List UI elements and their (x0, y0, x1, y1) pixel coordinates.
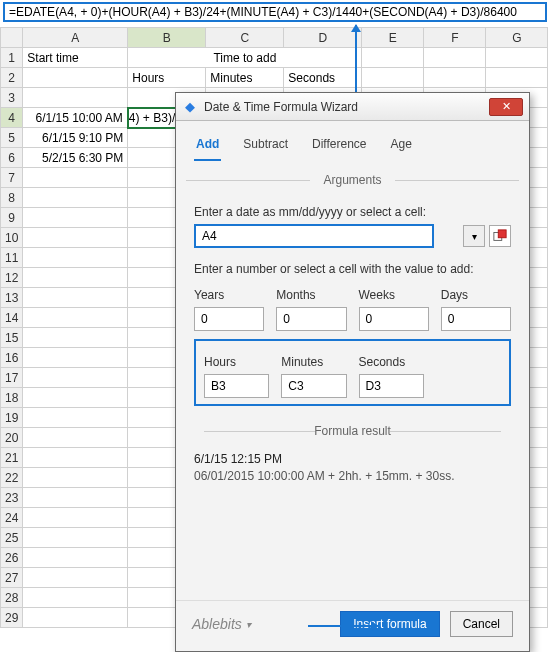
row-header-3[interactable]: 3 (1, 88, 23, 108)
cell-a22[interactable] (23, 468, 128, 488)
select-all-cell[interactable] (1, 28, 23, 48)
cell-e2[interactable] (362, 68, 424, 88)
dialog-tabs: Add Subtract Difference Age (176, 121, 529, 161)
seconds-input[interactable]: D3 (359, 374, 424, 398)
cell-a14[interactable] (23, 308, 128, 328)
row-header-1[interactable]: 1 (1, 48, 23, 68)
cell-b2[interactable]: Hours (128, 68, 206, 88)
row-header-24[interactable]: 24 (1, 508, 23, 528)
row-header-15[interactable]: 15 (1, 328, 23, 348)
row-header-18[interactable]: 18 (1, 388, 23, 408)
tab-age[interactable]: Age (389, 133, 414, 161)
row-header-28[interactable]: 28 (1, 588, 23, 608)
cancel-button[interactable]: Cancel (450, 611, 513, 637)
chevron-down-icon: ▾ (246, 619, 251, 630)
cell-a6[interactable]: 5/2/15 6:30 PM (23, 148, 128, 168)
cell-a29[interactable] (23, 608, 128, 628)
row-header-11[interactable]: 11 (1, 248, 23, 268)
cell-a9[interactable] (23, 208, 128, 228)
date-input[interactable]: A4 (194, 224, 434, 248)
cell-a17[interactable] (23, 368, 128, 388)
brand-menu[interactable]: Ablebits ▾ (192, 616, 251, 632)
cell-a3[interactable] (23, 88, 128, 108)
formula-bar[interactable]: =EDATE(A4, + 0)+(HOUR(A4) + B3)/24+(MINU… (3, 2, 547, 22)
row-header-29[interactable]: 29 (1, 608, 23, 628)
row-header-20[interactable]: 20 (1, 428, 23, 448)
row-header-21[interactable]: 21 (1, 448, 23, 468)
cell-a15[interactable] (23, 328, 128, 348)
row-header-14[interactable]: 14 (1, 308, 23, 328)
col-header-c[interactable]: C (206, 28, 284, 48)
hms-highlight-box: HoursB3 MinutesC3 SecondsD3 .. (194, 339, 511, 406)
row-header-9[interactable]: 9 (1, 208, 23, 228)
cell-d2[interactable]: Seconds (284, 68, 362, 88)
cell-a8[interactable] (23, 188, 128, 208)
row-header-19[interactable]: 19 (1, 408, 23, 428)
cell-a7[interactable] (23, 168, 128, 188)
months-input[interactable]: 0 (276, 307, 346, 331)
cell-f2[interactable] (424, 68, 486, 88)
cell-a24[interactable] (23, 508, 128, 528)
date-cell-picker[interactable] (489, 225, 511, 247)
row-header-7[interactable]: 7 (1, 168, 23, 188)
cell-picker-icon (493, 229, 507, 243)
close-button[interactable]: ✕ (489, 98, 523, 116)
col-header-a[interactable]: A (23, 28, 128, 48)
row-header-8[interactable]: 8 (1, 188, 23, 208)
minutes-input[interactable]: C3 (281, 374, 346, 398)
tab-add[interactable]: Add (194, 133, 221, 161)
cell-a12[interactable] (23, 268, 128, 288)
cell-a16[interactable] (23, 348, 128, 368)
date-dropdown[interactable]: ▾ (463, 225, 485, 247)
row-header-4[interactable]: 4 (1, 108, 23, 128)
row-header-13[interactable]: 13 (1, 288, 23, 308)
cell-f1[interactable] (424, 48, 486, 68)
cell-c2[interactable]: Minutes (206, 68, 284, 88)
row-header-25[interactable]: 25 (1, 528, 23, 548)
cell-a23[interactable] (23, 488, 128, 508)
years-input[interactable]: 0 (194, 307, 264, 331)
row-header-26[interactable]: 26 (1, 548, 23, 568)
row-header-17[interactable]: 17 (1, 368, 23, 388)
cell-a21[interactable] (23, 448, 128, 468)
cell-a2[interactable] (23, 68, 128, 88)
days-input[interactable]: 0 (441, 307, 511, 331)
cell-a28[interactable] (23, 588, 128, 608)
row-header-5[interactable]: 5 (1, 128, 23, 148)
cell-a26[interactable] (23, 548, 128, 568)
tab-difference[interactable]: Difference (310, 133, 368, 161)
row-header-23[interactable]: 23 (1, 488, 23, 508)
cell-a4[interactable]: 6/1/15 10:00 AM (23, 108, 128, 128)
row-header-12[interactable]: 12 (1, 268, 23, 288)
col-header-g[interactable]: G (486, 28, 548, 48)
row-header-2[interactable]: 2 (1, 68, 23, 88)
cell-a25[interactable] (23, 528, 128, 548)
cell-a1[interactable]: Start time (23, 48, 128, 68)
cell-a20[interactable] (23, 428, 128, 448)
cell-a5[interactable]: 6/1/15 9:10 PM (23, 128, 128, 148)
weeks-input[interactable]: 0 (359, 307, 429, 331)
cell-e1[interactable] (362, 48, 424, 68)
cell-a27[interactable] (23, 568, 128, 588)
col-header-f[interactable]: F (424, 28, 486, 48)
cell-a11[interactable] (23, 248, 128, 268)
cell-g2[interactable] (486, 68, 548, 88)
tab-subtract[interactable]: Subtract (241, 133, 290, 161)
row-header-10[interactable]: 10 (1, 228, 23, 248)
cell-b1d1-merged[interactable]: Time to add (128, 48, 362, 68)
row-header-27[interactable]: 27 (1, 568, 23, 588)
row-header-22[interactable]: 22 (1, 468, 23, 488)
section-arguments: Arguments (176, 173, 529, 187)
col-header-b[interactable]: B (128, 28, 206, 48)
insert-formula-button[interactable]: Insert formula (340, 611, 439, 637)
row-header-16[interactable]: 16 (1, 348, 23, 368)
cell-a13[interactable] (23, 288, 128, 308)
cell-a10[interactable] (23, 228, 128, 248)
cell-g1[interactable] (486, 48, 548, 68)
hours-input[interactable]: B3 (204, 374, 269, 398)
cell-a18[interactable] (23, 388, 128, 408)
row-header-6[interactable]: 6 (1, 148, 23, 168)
dialog-titlebar[interactable]: ◆ Date & Time Formula Wizard ✕ (176, 93, 529, 121)
cell-a19[interactable] (23, 408, 128, 428)
col-header-e[interactable]: E (362, 28, 424, 48)
